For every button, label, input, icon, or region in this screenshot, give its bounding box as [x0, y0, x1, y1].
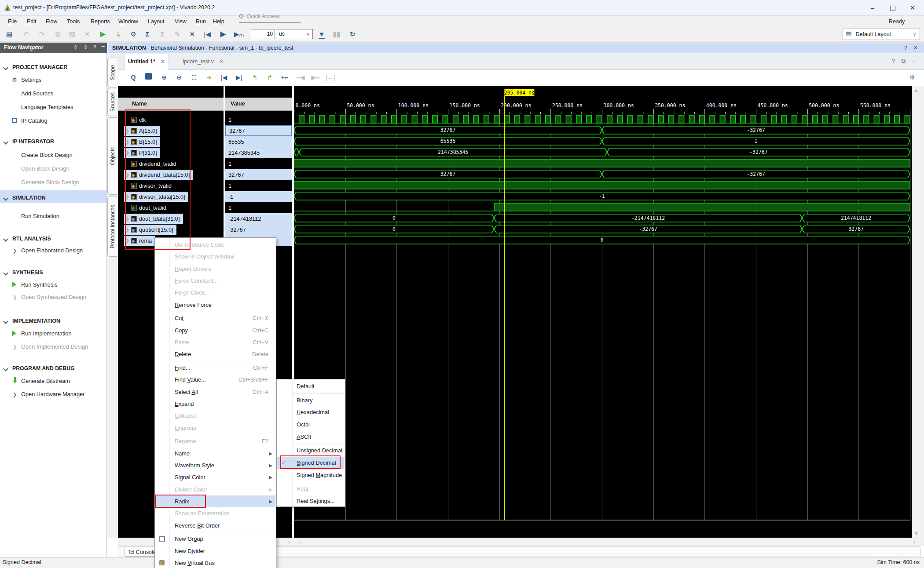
flownav-item-open-elaborated-design[interactable]: ❯Open Elaborated Design — [0, 245, 107, 256]
menu-item-binary[interactable]: Binary — [277, 394, 345, 406]
maximize-pane-icon[interactable]: ⌐ — [913, 58, 916, 64]
menubar-item-reports[interactable]: Reports — [88, 18, 113, 25]
next-transition-icon[interactable]: ▶| — [233, 72, 245, 84]
copy-icon[interactable]: ⧉ — [52, 29, 63, 40]
zoom-in-icon[interactable]: ⊕ — [158, 72, 170, 84]
menu-item-default[interactable]: Default — [277, 380, 345, 393]
signal-value-dividend-tvalid[interactable]: 1 — [225, 158, 292, 169]
flownav-section-simulation[interactable]: SIMULATION — [0, 192, 107, 204]
menubar-item-tools[interactable]: Tools — [64, 18, 82, 25]
signal-value-dout-tdata-31-0-[interactable]: -2147418112 — [225, 213, 292, 224]
flownav-section-implementation[interactable]: IMPLEMENTATION — [0, 315, 107, 327]
sim-close-icon[interactable]: ✕ — [913, 43, 918, 53]
signal-value-quotient-15-0-[interactable]: -32767 — [225, 224, 292, 235]
run-all-icon[interactable]: ▶ — [217, 29, 229, 40]
tab-help-icon[interactable]: ? — [892, 58, 895, 64]
waveform-plot[interactable]: 0.000 ns50.000 ns100.000 ns150.000 ns200… — [294, 86, 912, 538]
signal-value-dividend-tdata-15-0-[interactable]: 32767 — [225, 169, 292, 180]
tab-untitled-1-[interactable]: Untitled 1*✕ — [124, 54, 169, 70]
breakpoint-icon[interactable]: ✕ — [187, 29, 198, 40]
wave-search-icon[interactable]: Q — [128, 72, 139, 84]
generate-bitstream-icon[interactable]: ⇓ — [113, 29, 124, 40]
tab-ipcore-test-v[interactable]: ipcore_test.v✕ — [179, 54, 227, 70]
zoom-out-icon[interactable]: ⊖ — [173, 72, 185, 84]
flownav-section-synthesis[interactable]: SYNTHESIS — [0, 267, 107, 278]
flownav-item-generate-block-design[interactable]: Generate Block Design — [0, 177, 107, 188]
relaunch-icon[interactable]: ↻ — [347, 29, 358, 40]
redo-icon[interactable]: ↷ — [36, 29, 48, 40]
signal-value-divisor-tvalid[interactable]: 1 — [225, 180, 292, 191]
restart-icon[interactable]: |◀ — [202, 29, 213, 40]
name-column-header[interactable]: Name — [118, 98, 224, 111]
tab-close-icon[interactable]: ✕ — [161, 58, 165, 65]
add-marker-icon[interactable]: +⌐ — [279, 72, 290, 84]
menu-item-new-virtual-bus[interactable]: New Virtual Bus — [155, 557, 275, 568]
menu-item-remove-force[interactable]: Remove Force — [155, 299, 275, 311]
report-icon[interactable]: Σ — [157, 29, 168, 40]
flownav-item-add-sources[interactable]: Add Sources — [0, 88, 107, 99]
menu-item-new-group[interactable]: New Group — [155, 533, 275, 545]
side-tab-scope[interactable]: Scope — [107, 58, 117, 87]
flownav-item-open-synthesized-design[interactable]: ❯Open Synthesized Design — [0, 291, 107, 303]
wave-save-icon[interactable] — [143, 72, 154, 84]
minimize-panel-icon[interactable]: – — [102, 43, 105, 49]
signal-value-P-31-0-[interactable]: 2147385345 — [225, 147, 292, 158]
flownav-item-run-implementation[interactable]: Run Implementation — [0, 328, 107, 339]
signal-value-clk[interactable]: 1 — [225, 114, 292, 125]
float-window-icon[interactable]: ⧉ — [902, 58, 906, 65]
sigma-icon[interactable]: Σ — [142, 29, 153, 40]
run-icon[interactable]: ▶ — [97, 29, 109, 40]
flownav-section-ip-integrator[interactable]: IP INTEGRATOR — [0, 136, 107, 147]
run-time-input[interactable]: 10 — [251, 29, 275, 39]
menu-item-delete[interactable]: DeleteDelete — [155, 348, 275, 360]
menu-item-signal-color[interactable]: Signal Color▶ — [155, 471, 275, 483]
flownav-item-generate-bitstream[interactable]: Generate Bitstream — [0, 375, 107, 387]
tab-tcl-console[interactable]: Tcl Console — [125, 548, 155, 557]
menu-item-reverse-bit-order[interactable]: Reverse Bit Order — [155, 519, 275, 531]
flownav-item-open-hardware-manager[interactable]: ❯Open Hardware Manager — [0, 389, 107, 400]
flownav-section-program-and-debug[interactable]: PROGRAM AND DEBUG — [0, 363, 107, 374]
menu-item-hexadecimal[interactable]: Hexadecimal — [277, 406, 345, 419]
help-icon[interactable]: ? — [93, 44, 96, 51]
span-markers-icon[interactable]: |↔| — [325, 72, 336, 84]
menu-item-select-all[interactable]: Select AllCtrl+A — [155, 386, 275, 398]
collapse-all-icon[interactable]: ⇳ — [73, 44, 77, 50]
menubar-item-flow[interactable]: Flow — [43, 18, 60, 25]
signal-value-divisor-tdata-15-0-[interactable]: -1 — [225, 191, 292, 202]
flownav-item-settings[interactable]: ⚙Settings — [0, 74, 107, 86]
settings-gear-icon[interactable]: ⚙ — [128, 29, 139, 40]
quick-access-search[interactable]: Q· Quick Access — [239, 13, 301, 23]
signal-value-dout-tvalid[interactable]: 1 — [225, 202, 292, 213]
maximize-button[interactable]: ▢ — [886, 3, 899, 13]
flownav-item-run-simulation[interactable]: Run Simulation — [0, 211, 107, 222]
menubar-item-run[interactable]: Run — [193, 18, 209, 25]
sim-help-icon[interactable]: ? — [904, 43, 907, 53]
menubar-item-window[interactable]: Window — [116, 18, 140, 25]
value-column-header[interactable]: Value — [225, 98, 292, 111]
undo-icon[interactable]: ↶ — [20, 29, 32, 40]
flownav-item-language-templates[interactable]: Language Templates — [0, 102, 107, 113]
snap-icon[interactable]: ↱ — [264, 72, 275, 84]
open-project-icon[interactable]: ▤ — [4, 29, 15, 40]
pause-icon[interactable]: ▮▮ — [331, 29, 342, 40]
menu-item-name[interactable]: Name▶ — [155, 448, 275, 459]
flownav-section-project-manager[interactable]: PROJECT MANAGER — [0, 62, 107, 73]
layout-selector[interactable]: Default Layout ∨ — [843, 29, 920, 40]
time-unit-select[interactable]: us∨ — [276, 29, 313, 39]
menu-item-signed-magnitude[interactable]: Signed Magnitude — [277, 469, 345, 481]
prev-transition-icon[interactable]: |◀ — [218, 72, 230, 84]
menubar-item-layout[interactable]: Layout — [145, 18, 167, 25]
zoom-fit-icon[interactable]: ⛶ — [188, 72, 200, 84]
menu-item-real-settings-[interactable]: Real Settings... — [277, 495, 345, 507]
menu-item-cut[interactable]: CutCtrl+X — [155, 312, 275, 324]
run-for-time-icon[interactable]: ▶(T) — [233, 29, 245, 40]
flownav-item-create-block-design[interactable]: Create Block Design — [0, 149, 107, 161]
menu-item-octal[interactable]: Octal — [277, 419, 345, 431]
paste-icon[interactable]: ▨ — [66, 29, 78, 40]
side-tab-protocol-instances[interactable]: Protocol Instances — [107, 196, 117, 257]
menubar-item-file[interactable]: File — [5, 18, 19, 25]
wave-settings-gear-icon[interactable]: ⚙ — [906, 72, 918, 84]
flownav-item-open-implemented-design[interactable]: ❯Open Implemented Design — [0, 341, 107, 353]
pen-icon[interactable]: ✎ — [172, 29, 183, 40]
signal-value-A-15-0-[interactable]: 32767 — [225, 125, 292, 136]
